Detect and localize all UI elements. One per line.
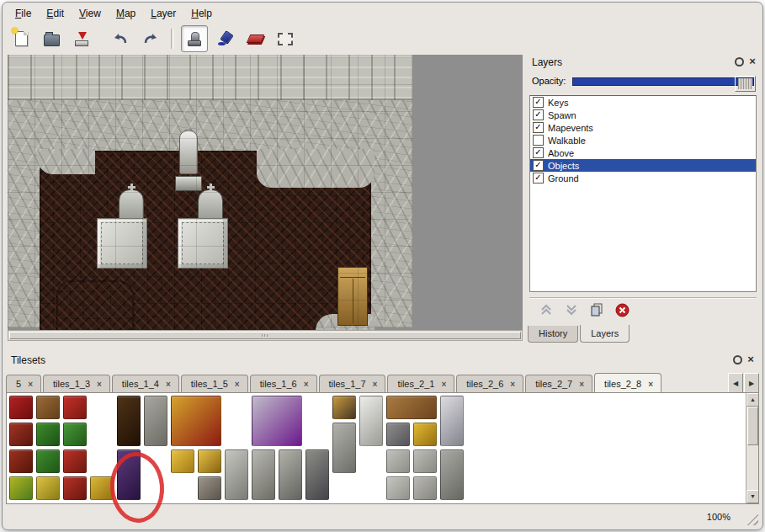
open-button[interactable] [38,25,65,52]
tilesets-panel-close-button[interactable]: × [746,353,756,365]
tile-stone-monument[interactable] [332,423,356,473]
menu-edit[interactable]: Edit [39,6,72,21]
tileset-tab-tiles_1_4[interactable]: tiles_1_4× [112,375,179,392]
map-canvas[interactable] [8,55,412,327]
tile-door-purple[interactable] [117,450,141,500]
panel-tab-layers[interactable]: Layers [580,325,630,343]
horizontal-scrollbar-thumb[interactable] [9,332,521,339]
layers-panel-close-button[interactable]: × [747,55,757,67]
tile-gold-pile[interactable] [198,450,221,473]
tileset-tab-tiles_2_6[interactable]: tiles_2_6× [456,375,523,392]
tile-wardrobe-dark[interactable] [117,396,141,446]
tile-stone-block-c[interactable] [386,476,410,500]
panel-tab-history[interactable]: History [528,326,578,343]
tile-plant-bush[interactable] [36,450,60,473]
tile-stone-column[interactable] [440,450,464,500]
tile-stone-block-d[interactable] [413,476,437,500]
tile-banner-red[interactable] [9,396,33,419]
tileset-tab-tiles_1_3[interactable]: tiles_1_3× [43,375,110,392]
tile-red-cushion[interactable] [63,396,87,419]
tileset-tab-5[interactable]: 5× [6,375,41,392]
tile-stone-doorway[interactable] [144,396,167,446]
tileset-tab-tiles_2_1[interactable]: tiles_2_1× [387,375,454,392]
layer-row-ground[interactable]: ✓Ground [530,172,756,184]
tile-gargoyle-dark[interactable] [305,450,329,500]
tile-red-pot[interactable] [63,450,87,473]
tile-banner-green[interactable] [9,476,33,500]
tile-gold-key[interactable] [171,450,194,473]
tile-red-bookshelf-a[interactable] [9,423,33,446]
vertical-scrollbar-thumb[interactable] [747,407,758,445]
tilesets-panel-float-button[interactable] [732,355,742,365]
tileset-tab-tiles_1_6[interactable]: tiles_1_6× [250,375,317,392]
tile-spinning-wheel[interactable] [36,396,60,419]
layer-visibility-checkbox[interactable]: ✓ [533,147,544,158]
scroll-up-arrow-icon[interactable]: ▲ [746,393,759,407]
layer-row-keys[interactable]: ✓Keys [530,96,756,109]
tile-gray-chest[interactable] [386,423,410,446]
layer-row-above[interactable]: ✓Above [530,146,756,159]
tile-stone-block-b[interactable] [413,450,437,473]
tileset-tab-tiles_2_8[interactable]: tiles_2_8× [594,373,661,392]
layer-visibility-checkbox[interactable]: ✓ [533,122,544,133]
opacity-slider-handle[interactable] [735,76,756,92]
opacity-slider[interactable] [572,75,756,87]
tab-close-icon[interactable]: × [441,380,446,389]
layer-visibility-checkbox[interactable]: ✓ [533,109,544,120]
layer-row-objects[interactable]: ✓Objects [530,159,756,172]
tile-pillar-white[interactable] [359,396,383,446]
tab-close-icon[interactable]: × [304,380,309,389]
tab-close-icon[interactable]: × [510,380,515,389]
menu-map[interactable]: Map [109,6,143,21]
tile-potted-plant-a[interactable] [36,423,60,446]
tile-throne-red[interactable] [171,396,221,446]
tile-rock-pile[interactable] [198,476,221,500]
layer-row-spawn[interactable]: ✓Spawn [530,109,756,121]
menu-help[interactable]: Help [183,6,220,21]
redo-button[interactable] [137,25,164,52]
tab-scroll-right-button[interactable]: ▶ [744,373,759,393]
tile-red-pot-b[interactable] [63,476,87,500]
layer-row-walkable[interactable]: Walkable [530,134,756,146]
tab-close-icon[interactable]: × [648,380,653,389]
tile-knight-armor[interactable] [440,396,464,446]
tileset-tab-tiles_1_7[interactable]: tiles_1_7× [319,375,386,392]
tab-close-icon[interactable]: × [28,380,33,389]
tab-close-icon[interactable]: × [235,380,240,389]
tile-red-bookshelf-b[interactable] [9,450,33,473]
eraser-tool-button[interactable] [242,25,268,52]
tab-scroll-left-button[interactable]: ◀ [728,373,743,393]
map-horizontal-scrollbar[interactable] [8,330,523,341]
tile-statue-praying[interactable] [225,450,248,500]
tile-throne-purple[interactable] [252,396,302,446]
tile-potted-plant-b[interactable] [63,423,87,446]
tab-close-icon[interactable]: × [579,380,584,389]
tileset-tab-tiles_2_7[interactable]: tiles_2_7× [525,375,592,392]
tile-gold-crown[interactable] [413,423,437,446]
layer-row-mapevents[interactable]: ✓Mapevents [530,121,756,134]
new-button[interactable] [8,25,35,52]
delete-layer-button[interactable] [612,300,632,320]
resize-grip[interactable] [746,513,758,525]
tile-gargoyle-b[interactable] [279,450,302,500]
layer-visibility-checkbox[interactable] [533,135,544,146]
tileset-vertical-scrollbar[interactable]: ▲ ▼ [746,393,758,503]
select-tool-button[interactable] [272,25,299,52]
menu-file[interactable]: File [8,6,39,21]
menu-layer[interactable]: Layer [143,6,183,21]
menu-view[interactable]: View [72,6,109,21]
layer-visibility-checkbox[interactable]: ✓ [533,97,544,108]
save-button[interactable] [68,25,95,52]
layer-visibility-checkbox[interactable]: ✓ [533,173,544,184]
tile-framed-painting[interactable] [332,396,356,419]
duplicate-layer-button[interactable] [587,300,607,320]
tab-close-icon[interactable]: × [373,380,378,389]
undo-button[interactable] [107,25,134,52]
tileset-canvas[interactable] [7,393,746,503]
tile-gargoyle-a[interactable] [252,450,275,500]
tab-close-icon[interactable]: × [97,380,102,389]
tile-bananas[interactable] [36,476,60,500]
fill-tool-button[interactable] [211,25,238,52]
move-layer-up-button[interactable] [536,300,556,320]
scroll-down-arrow-icon[interactable]: ▼ [746,490,759,503]
